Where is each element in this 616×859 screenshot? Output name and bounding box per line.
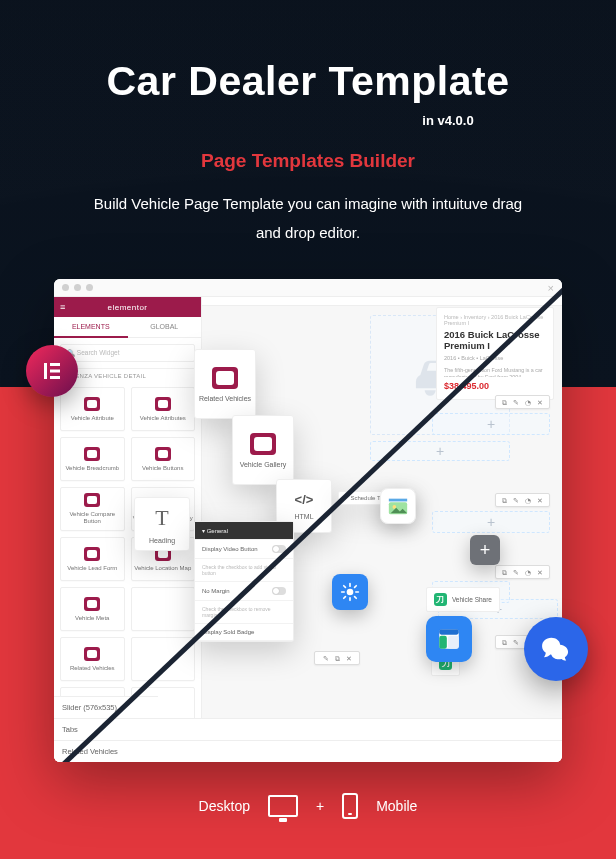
svg-rect-19 [448,636,459,649]
element-toolbar[interactable]: ⧉✎◔✕ [495,395,550,409]
dropzone[interactable]: + [432,511,550,533]
widget-heading[interactable]: THeading [134,497,190,551]
related-row[interactable]: Related Vehicles [54,740,562,762]
svg-point-7 [347,589,354,596]
panel-hint: Check the checkbox to remove margin [195,601,293,624]
tab-elements[interactable]: ELEMENTS [54,317,128,338]
row-label: Slider (576x535) [62,703,117,712]
widget-card[interactable]: Vehicle Compare Button [60,487,125,531]
photos-app-icon[interactable] [380,488,416,524]
edit-icon[interactable]: ✎ [513,569,519,576]
edit-icon[interactable]: ✎ [323,655,329,662]
widget-label: Vehicle Attribute [71,415,114,422]
svg-line-15 [355,586,357,588]
widget-vehicle-gallery[interactable]: Vehicle Gallery [232,415,294,485]
brand-bar: ≡ elementor [54,297,201,317]
subtitle: Page Templates Builder [0,150,616,172]
canvas-area[interactable]: + + Home › Inventory › 2016 Buick LaCros… [202,297,562,762]
mobile-icon [342,793,358,819]
vehicle-title: 2016 Buick LaCrosse Premium I [444,330,546,352]
panel-row[interactable]: Display Sold Badge [195,624,293,641]
style-icon[interactable]: ◔ [525,569,531,576]
delete-icon[interactable]: ✕ [537,569,543,576]
widget-card[interactable]: Vehicle Attributes [131,387,196,431]
duplicate-icon[interactable]: ⧉ [502,639,507,646]
plus-separator: + [316,798,324,814]
version-label: in v4.0.0 [280,113,616,128]
title-part-b: Template [329,58,510,104]
duplicate-icon[interactable]: ⧉ [502,569,507,576]
widget-icon [84,597,100,611]
dropzone[interactable]: + [432,413,550,435]
widget-icon [155,397,171,411]
style-icon[interactable]: ◔ [525,399,531,406]
delete-icon[interactable]: ✕ [346,655,352,662]
tab-global[interactable]: GLOBAL [128,317,202,338]
slider-row[interactable]: Slider (576x535) [54,696,158,718]
widget-icon [84,647,100,661]
dropzone[interactable]: + [370,441,510,461]
row-label: Tabs [62,725,78,734]
svg-line-14 [344,597,346,599]
chat-fab[interactable] [524,617,588,681]
widget-card[interactable]: Vehicle Meta [60,587,125,631]
widget-card[interactable]: Vehicle Buttons [131,437,196,481]
widget-card[interactable]: Vehicle Lead Form [60,537,125,581]
panel-row-label: Display Video Button [202,546,258,552]
edit-icon[interactable]: ✎ [513,497,519,504]
panel-header[interactable]: ▾ General [195,522,293,540]
delete-icon[interactable]: ✕ [537,497,543,504]
duplicate-icon[interactable]: ⧉ [502,399,507,406]
editor-window: × ≡ elementor ELEMENTS GLOBAL 🔍 Search W… [54,279,562,762]
add-block-button[interactable]: + [470,535,500,565]
style-icon[interactable]: ◔ [525,497,531,504]
delete-icon[interactable]: ✕ [537,399,543,406]
settings-panel[interactable]: ▾ General Display Video Button Check the… [194,521,294,642]
panel-row-label: No Margin [202,588,230,594]
widget-card[interactable]: Vehicle Attribute [60,387,125,431]
layout-app-icon[interactable] [426,616,472,662]
widget-icon [212,367,238,389]
element-toolbar[interactable]: ⧉✎◔✕ [495,493,550,507]
widget-label: Heading [149,537,175,544]
widget-label: Vehicle Meta [75,615,109,622]
search-input[interactable]: 🔍 Search Widget [60,344,195,362]
element-toolbar[interactable]: ⧉✎◔✕ [495,565,550,579]
widget-card[interactable] [131,637,196,681]
widget-related-vehicles[interactable]: Related Vehicles [194,349,256,419]
vehicle-share-card[interactable]: 刀Vehicle Share [426,587,500,612]
share-icon: 刀 [434,593,447,606]
panel-header-label: General [207,528,228,534]
edit-icon[interactable]: ✎ [513,399,519,406]
plus-icon: + [487,515,495,529]
toggle[interactable] [272,587,286,595]
row-label: Related Vehicles [62,747,118,756]
edit-icon[interactable]: ✎ [513,639,519,646]
footer-desktop-label: Desktop [199,798,250,814]
panel-row[interactable]: No Margin [195,582,293,601]
widget-card[interactable] [131,587,196,631]
traffic-dot [62,284,69,291]
widget-label: Vehicle Lead Form [67,565,117,572]
duplicate-icon[interactable]: ⧉ [335,655,340,662]
vehicle-desc: The fifth-generation Ford Mustang is a c… [444,367,546,377]
vehicle-price: $38,495.00 [444,381,546,391]
tabs-row[interactable]: Tabs [54,718,562,740]
toggle[interactable] [272,545,286,553]
widget-card[interactable]: Vehicle Breadcrumb [60,437,125,481]
close-icon[interactable]: × [548,282,554,294]
widget-label: HTML [294,513,313,520]
widget-label: Vehicle Compare Button [61,511,124,524]
widget-label: Vehicle Breadcrumb [65,465,119,472]
breadcrumb[interactable]: Home › Inventory › 2016 Buick LaCrosse P… [444,314,546,326]
duplicate-icon[interactable]: ⧉ [502,497,507,504]
widget-card[interactable]: Related Vehicles [60,637,125,681]
brightness-app-icon[interactable] [332,574,368,610]
widget-grid: Vehicle AttributeVehicle AttributesVehic… [54,381,201,737]
element-toolbar[interactable]: ✎⧉✕ [314,651,360,665]
menu-icon[interactable]: ≡ [60,302,66,312]
panel-row[interactable]: Display Video Button [195,540,293,559]
traffic-dot [74,284,81,291]
footer-mobile-label: Mobile [376,798,417,814]
svg-rect-1 [50,363,60,366]
